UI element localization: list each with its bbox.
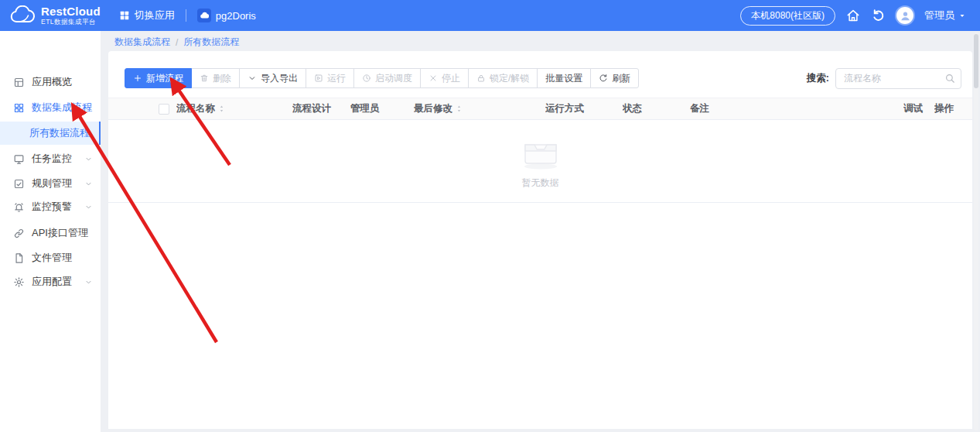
- header-divider: [186, 9, 186, 22]
- search-input[interactable]: [835, 68, 961, 89]
- breadcrumb: 数据集成流程 / 所有数据流程: [114, 36, 239, 49]
- run-button[interactable]: 运行: [306, 68, 354, 88]
- chevron-down-icon: [84, 155, 93, 163]
- lock-icon: [476, 74, 486, 83]
- scrollbar-track[interactable]: [974, 33, 978, 430]
- column-header: 调试: [903, 102, 934, 115]
- sidebar-subitem-label: 所有数据流程: [29, 126, 90, 140]
- sidebar-item-overview[interactable]: 应用概览: [0, 70, 101, 94]
- content-card: 新增流程删除导入导出运行启动调度停止锁定/解锁批量设置刷新 搜索: 流程名称流程…: [108, 51, 972, 429]
- chevron-down-icon: [84, 203, 93, 211]
- column-header: 备注: [690, 102, 903, 115]
- column-header: 管理员: [350, 102, 414, 115]
- sidebar-item-label: API接口管理: [32, 226, 88, 240]
- user-name: 管理员: [924, 9, 954, 22]
- sidebar-item-all-data-flows[interactable]: 所有数据流程: [0, 122, 101, 145]
- table-header-row: 流程名称流程设计管理员最后修改运行方式状态备注调试操作: [108, 98, 972, 120]
- column-header: 运行方式: [545, 102, 623, 115]
- app-header: RestCloud ETL数据集成平台 切换应用 pg2Doris 本机8080…: [0, 0, 980, 31]
- sort-icon[interactable]: [455, 105, 463, 113]
- button-label: 运行: [327, 72, 346, 85]
- search-label: 搜索:: [807, 72, 829, 85]
- app-cloud-icon: [197, 9, 211, 22]
- bell-icon: [13, 201, 25, 213]
- breadcrumb-separator: /: [176, 37, 178, 48]
- sidebar-item-label: 任务监控: [32, 152, 72, 166]
- sidebar-item-label: 应用配置: [32, 275, 72, 289]
- current-app-label: pg2Doris: [216, 10, 256, 22]
- column-header: 操作: [934, 102, 971, 115]
- switch-app-label: 切换应用: [135, 9, 175, 22]
- env-badge[interactable]: 本机8080(社区版): [740, 6, 835, 26]
- button-label: 导入导出: [261, 72, 298, 85]
- toolbar: 新增流程删除导入导出运行启动调度停止锁定/解锁批量设置刷新 搜索:: [125, 68, 961, 88]
- column-label: 运行方式: [545, 102, 584, 115]
- logo-title: RestCloud: [41, 5, 101, 18]
- delete-button[interactable]: 删除: [191, 68, 240, 88]
- button-label: 批量设置: [545, 72, 582, 85]
- home-icon[interactable]: [846, 9, 860, 22]
- cloud-logo-icon: [9, 5, 36, 26]
- add-flow-button[interactable]: 新增流程: [125, 68, 192, 88]
- breadcrumb-item-current[interactable]: 所有数据流程: [183, 36, 239, 49]
- chevron-down-icon: [84, 180, 93, 188]
- column-label: 流程名称: [176, 102, 215, 115]
- sidebar-item-alert-monitor[interactable]: 监控预警: [0, 194, 101, 219]
- column-header[interactable]: 流程名称: [176, 102, 292, 115]
- import-export-button[interactable]: 导入导出: [239, 68, 306, 88]
- column-label: 状态: [623, 102, 642, 115]
- sort-icon[interactable]: [217, 105, 226, 113]
- grid-icon: [13, 102, 25, 114]
- current-app-tab[interactable]: pg2Doris: [190, 0, 264, 31]
- user-menu[interactable]: 管理员: [924, 9, 966, 22]
- column-header: 状态: [623, 102, 690, 115]
- sidebar-item-task-monitor[interactable]: 任务监控: [0, 146, 101, 171]
- refresh-icon: [599, 74, 608, 83]
- sidebar-item-label: 规则管理: [32, 177, 72, 190]
- start-schedule-button[interactable]: 启动调度: [353, 68, 421, 88]
- stop-button[interactable]: 停止: [420, 68, 469, 88]
- chevron-up-icon: [84, 104, 93, 112]
- column-label: 最后修改: [414, 102, 452, 115]
- sidebar: 应用概览数据集成流程任务监控规则管理监控预警API接口管理文件管理应用配置所有数…: [0, 31, 101, 432]
- toolbar-button-group: 新增流程删除导入导出运行启动调度停止锁定/解锁批量设置刷新: [125, 68, 639, 88]
- column-header[interactable]: 最后修改: [414, 102, 545, 115]
- breadcrumb-item-parent[interactable]: 数据集成流程: [114, 36, 170, 49]
- column-label: 管理员: [350, 102, 380, 115]
- sidebar-item-file-management[interactable]: 文件管理: [0, 245, 101, 270]
- plus-icon: [133, 74, 142, 83]
- search-area: 搜索:: [807, 68, 961, 89]
- button-label: 停止: [442, 72, 460, 85]
- avatar[interactable]: [896, 7, 913, 24]
- sidebar-item-label: 监控预警: [32, 200, 72, 214]
- chevron-down-icon: [84, 278, 93, 286]
- gear-icon: [13, 276, 25, 288]
- button-label: 新增流程: [146, 72, 183, 85]
- button-label: 刷新: [612, 72, 630, 85]
- overview-icon: [13, 77, 25, 88]
- button-label: 启动调度: [375, 72, 412, 85]
- file-icon: [13, 252, 25, 264]
- lock-unlock-button[interactable]: 锁定/解锁: [468, 68, 538, 88]
- clock-icon: [362, 74, 371, 83]
- select-all-checkbox[interactable]: [159, 104, 169, 115]
- caret-down-icon: [958, 12, 966, 19]
- sidebar-item-integration-flows[interactable]: 数据集成流程: [0, 95, 101, 120]
- grid-icon: [119, 10, 130, 21]
- switch-app-button[interactable]: 切换应用: [111, 0, 183, 31]
- sidebar-item-label: 应用概览: [32, 75, 72, 89]
- sidebar-item-label: 数据集成流程: [32, 101, 92, 115]
- column-label: 备注: [690, 102, 709, 115]
- refresh-button[interactable]: 刷新: [590, 68, 639, 88]
- sidebar-item-app-config[interactable]: 应用配置: [0, 269, 101, 294]
- monitor-icon: [13, 153, 25, 165]
- batch-settings-button[interactable]: 批量设置: [537, 68, 591, 88]
- play-icon: [314, 74, 323, 83]
- undo-icon[interactable]: [871, 9, 886, 23]
- sidebar-item-rule-management[interactable]: 规则管理: [0, 171, 101, 196]
- logo-subtitle: ETL数据集成平台: [41, 18, 101, 26]
- scrollbar-thumb[interactable]: [974, 34, 978, 88]
- sidebar-item-api-management[interactable]: API接口管理: [0, 221, 101, 245]
- search-icon[interactable]: [944, 73, 955, 84]
- column-label: 操作: [934, 102, 954, 115]
